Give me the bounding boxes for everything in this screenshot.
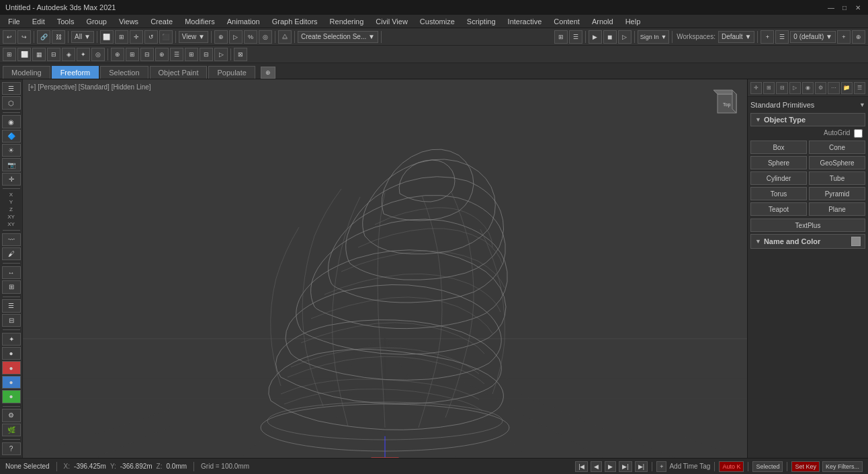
tb2-btn8[interactable]: ⊕ [111,48,124,61]
close-button[interactable]: ✕ [853,3,863,12]
prev-frame2-btn[interactable]: ◀ [591,461,602,472]
rp-utility-icon[interactable]: ⚙ [815,82,826,94]
lt-cameras-btn[interactable]: 📷 [2,158,21,171]
subtab-extra-icon[interactable]: ⊕ [261,67,275,79]
rp-extra-icon[interactable]: ⋯ [828,82,839,94]
lt-scene-btn[interactable]: ⊟ [2,314,21,327]
torus-button[interactable]: Torus [750,187,807,200]
tb2-btn12[interactable]: ☰ [170,48,183,61]
tb2-btn11[interactable]: ⊕ [155,48,169,61]
move-button[interactable]: ✛ [130,30,143,44]
nav-cube[interactable]: Top [708,85,742,118]
rotate-button[interactable]: ↺ [144,30,158,44]
box-button[interactable]: Box [750,141,807,154]
color-swatch[interactable] [851,237,861,246]
cone-button[interactable]: Cone [809,141,865,154]
percent-snap-btn[interactable]: % [244,30,257,44]
menu-create[interactable]: Create [145,16,178,27]
lt-paint2-btn[interactable]: 🌿 [2,424,21,436]
rp-modify-icon[interactable]: ⊞ [763,82,775,94]
filter-dropdown[interactable]: All ▼ [71,31,94,43]
tb2-btn13[interactable]: ⊞ [185,48,198,61]
menu-tools[interactable]: Tools [52,16,80,27]
tube-button[interactable]: Tube [809,171,865,185]
tb2-btn6[interactable]: ✦ [77,48,90,61]
lt-select-obj-btn[interactable]: ☰ [2,82,21,95]
pyramid-button[interactable]: Pyramid [809,187,865,200]
tab-populate[interactable]: Populate [208,66,255,79]
select-button[interactable]: ⬜ [100,30,114,44]
lt-curve-btn[interactable]: 〰 [2,233,21,246]
select-region-button[interactable]: ⊞ [115,30,128,44]
menu-file[interactable]: File [3,16,26,27]
mirror-btn[interactable]: ⧋ [278,30,292,44]
add-time-tag-btn[interactable]: + [656,461,666,472]
unlink-button[interactable]: ⛓ [52,30,65,44]
minimize-button[interactable]: — [826,3,836,12]
lt-help-btn[interactable]: ? [2,442,21,455]
rp-display-icon[interactable]: ◉ [802,82,814,94]
link-button[interactable]: 🔗 [37,30,50,44]
menu-edit[interactable]: Edit [27,16,50,27]
lt-effect-btn[interactable]: ● [2,347,21,360]
lt-vertex-btn[interactable]: ● [2,390,21,403]
viewport[interactable]: [+] [Perspective] [Standard] [Hidden Lin… [23,79,747,458]
lt-geometry-btn[interactable]: ◉ [2,115,21,128]
tb2-btn5[interactable]: ◈ [62,48,75,61]
view-dropdown[interactable]: View ▼ [179,31,208,43]
tb2-btn3[interactable]: ▦ [32,48,46,61]
lt-color2-btn[interactable]: ● [2,376,21,389]
layers-btn[interactable]: ☰ [569,30,582,44]
menu-content[interactable]: Content [548,16,585,27]
lt-layer-btn[interactable]: ☰ [2,299,21,312]
standard-primitives-expand[interactable]: ▼ [859,102,865,108]
layer-dropdown[interactable]: 0 (default) ▼ [790,31,836,43]
render-setup-btn[interactable]: ▶ [589,30,602,44]
prev-frame-btn[interactable]: |◀ [575,461,588,472]
layer-extra2-btn[interactable]: ⊕ [852,30,865,44]
play-btn[interactable]: ▶ [605,461,616,472]
lt-color-btn[interactable]: ● [2,361,21,374]
scale-button[interactable]: ⬛ [159,30,173,44]
auto-key-btn[interactable]: Auto K [719,461,744,472]
menu-views[interactable]: Views [114,16,144,27]
menu-civil-view[interactable]: Civil View [370,16,413,27]
menu-rendering[interactable]: Rendering [324,16,370,27]
maximize-button[interactable]: □ [840,3,849,12]
sphere-button[interactable]: Sphere [750,156,807,169]
rp-hierarchy-icon[interactable]: ⊟ [776,82,787,94]
menu-modifiers[interactable]: Modifiers [179,16,220,27]
set-key-btn[interactable]: Set Key [791,461,820,472]
tb2-btn2[interactable]: ⬜ [17,48,31,61]
workspaces-dropdown[interactable]: Default ▼ [718,31,754,43]
menu-graph-editors[interactable]: Graph Editors [267,16,323,27]
tb2-btn9[interactable]: ⊞ [126,48,139,61]
redo-button[interactable]: ↪ [17,30,31,44]
tab-selection[interactable]: Selection [100,66,148,79]
autogrid-checkbox[interactable] [854,129,863,138]
name-color-section[interactable]: ▼ Name and Color [750,234,865,249]
lt-mirror-btn[interactable]: ↔ [2,266,21,279]
next-frame-btn[interactable]: ▶| [619,461,632,472]
last-frame-btn[interactable]: ▶| [635,461,648,472]
tb2-btn14[interactable]: ⊟ [200,48,213,61]
undo-button[interactable]: ↩ [3,30,16,44]
key-filters-btn[interactable]: Key Filters... [822,461,863,472]
lt-manage-btn[interactable]: ⚙ [2,409,21,422]
selection-set-dropdown[interactable]: Create Selection Se... ▼ [298,31,378,43]
add-workspace-btn[interactable]: + [761,30,774,44]
tab-freeform[interactable]: Freeform [52,66,99,79]
lt-helpers-btn[interactable]: ✛ [2,173,21,186]
tb2-btn7[interactable]: ◎ [91,48,105,61]
tab-object-paint[interactable]: Object Paint [150,66,208,79]
snap-btn[interactable]: ⊕ [214,30,228,44]
lt-paint-btn[interactable]: 🖌 [2,247,21,260]
rp-motion-icon[interactable]: ▷ [789,82,801,94]
lt-shapes-btn[interactable]: 🔷 [2,130,21,143]
lt-shape-btn[interactable]: ⬡ [2,96,21,109]
rp-create-icon[interactable]: ✛ [750,82,762,94]
tb2-btn16[interactable]: ⊠ [234,48,247,61]
render-frame-btn[interactable]: ◼ [603,30,617,44]
geosphere-button[interactable]: GeoSphere [809,156,865,169]
rp-extra2-icon[interactable]: 📁 [841,82,853,94]
